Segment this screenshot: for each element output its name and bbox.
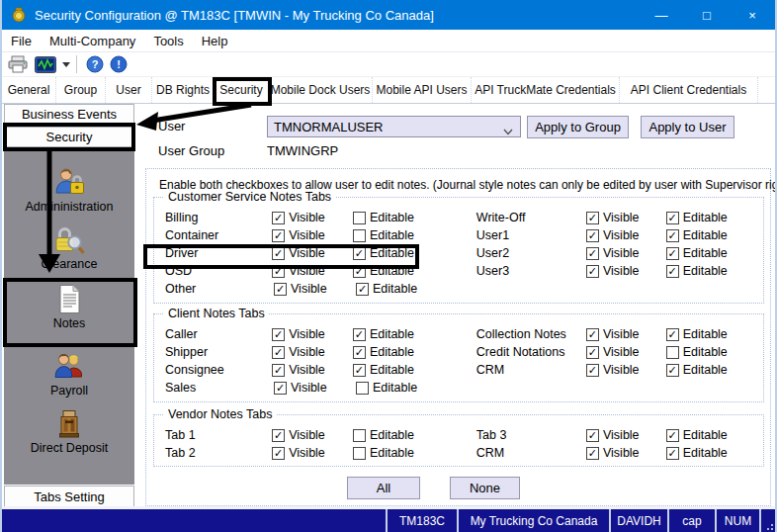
caller-visible-checkbox[interactable]: ✓ [272, 328, 285, 341]
credit-notations-visible-checkbox[interactable]: ✓ [586, 346, 599, 359]
editable-cell: Editable [353, 446, 476, 460]
toolbar-dropdown-arrow-icon[interactable] [62, 62, 70, 67]
user1-editable-checkbox[interactable]: ✓ [666, 229, 679, 242]
editable-label: Editable [683, 446, 728, 460]
sales-editable-checkbox[interactable] [356, 382, 369, 395]
user2-editable-checkbox[interactable]: ✓ [666, 247, 679, 260]
driver-visible-checkbox[interactable]: ✓ [272, 247, 285, 260]
consignee-editable-checkbox[interactable]: ✓ [353, 364, 366, 377]
crm-editable-checkbox[interactable]: ✓ [666, 364, 679, 377]
user2-visible-checkbox[interactable]: ✓ [586, 247, 599, 260]
user3-editable-checkbox[interactable]: ✓ [666, 265, 679, 278]
monitor-activity-icon[interactable] [32, 53, 59, 75]
checkbox-row: Sales✓VisibleEditable [154, 379, 763, 397]
none-button[interactable]: None [450, 477, 520, 499]
tab-api-truckmate-credentials[interactable]: API TruckMate Credentials [472, 77, 620, 103]
sidebar-button-business-events[interactable]: Business Events [4, 104, 134, 125]
sidebar-button-security[interactable]: Security [4, 127, 134, 147]
visible-label: Visible [603, 211, 640, 224]
editable-label: Editable [683, 246, 728, 260]
tab-mobile-dock-users[interactable]: Mobile Dock Users [269, 77, 373, 103]
sales-visible-checkbox[interactable]: ✓ [274, 382, 287, 395]
billing-visible-checkbox[interactable]: ✓ [272, 212, 285, 224]
resize-grip[interactable] [761, 509, 775, 532]
checkbox-row: OSD✓Visible✓EditableUser3✓Visible✓Editab… [154, 262, 763, 280]
menu-item-tools[interactable]: Tools [144, 30, 192, 51]
tab-3-editable-checkbox[interactable]: ✓ [666, 429, 679, 442]
write-off-visible-checkbox[interactable]: ✓ [586, 212, 599, 224]
visible-cell: ✓Visible [272, 428, 353, 442]
print-icon[interactable] [5, 53, 32, 75]
visible-label: Visible [289, 345, 325, 359]
sidebar-item-payroll[interactable]: Payroll [4, 350, 134, 398]
visible-label: Visible [603, 264, 640, 278]
help-icon[interactable]: ? [83, 53, 107, 75]
svg-text:!: ! [117, 58, 121, 70]
status-segment-cap: cap [669, 509, 715, 532]
minimize-button[interactable]: — [639, 0, 684, 30]
tab-2-visible-checkbox[interactable]: ✓ [272, 447, 285, 460]
driver-editable-checkbox[interactable]: ✓ [353, 247, 366, 260]
sidebar-button-tabs-setting[interactable]: Tabs Setting [4, 486, 134, 507]
sidebar-item-admininistration[interactable]: Admininistration [4, 166, 134, 214]
tab-db-rights[interactable]: DB Rights [152, 77, 215, 103]
crm-visible-checkbox[interactable]: ✓ [586, 447, 599, 460]
collection-notes-visible-checkbox[interactable]: ✓ [586, 328, 599, 341]
other-editable-checkbox[interactable]: ✓ [356, 283, 369, 296]
maximize-button[interactable]: □ [684, 0, 730, 30]
window-title: Security Configuration @ TM183C [TMWIN -… [35, 8, 434, 23]
write-off-editable-checkbox[interactable]: ✓ [666, 212, 679, 224]
visible-label: Visible [603, 446, 640, 460]
all-button[interactable]: All [347, 477, 420, 499]
tab-group[interactable]: Group [56, 77, 106, 103]
tab-1-editable-checkbox[interactable] [353, 429, 366, 442]
tab-general[interactable]: General [2, 77, 56, 103]
editable-cell: Editable [353, 228, 476, 242]
chevron-down-icon [503, 124, 513, 138]
crm-visible-checkbox[interactable]: ✓ [586, 364, 599, 377]
sidebar-item-direct-deposit[interactable]: Direct Deposit [4, 407, 134, 455]
close-button[interactable]: × [730, 0, 775, 30]
visible-cell: ✓Visible [272, 327, 353, 341]
shipper-visible-checkbox[interactable]: ✓ [272, 346, 285, 359]
credit-notations-editable-checkbox[interactable] [666, 346, 679, 359]
tab-security[interactable]: Security [215, 77, 269, 103]
shipper-editable-checkbox[interactable]: ✓ [353, 346, 366, 359]
tab-api-client-credentials[interactable]: API Client Credentials [620, 77, 758, 103]
container-visible-checkbox[interactable]: ✓ [272, 229, 285, 242]
user1-visible-checkbox[interactable]: ✓ [586, 229, 599, 242]
user-combobox[interactable]: TMNORMALUSER [267, 116, 521, 137]
menu-item-help[interactable]: Help [193, 30, 237, 51]
info-icon[interactable]: ! [107, 53, 130, 75]
note-tab-label: Shipper [165, 345, 272, 359]
osd-visible-checkbox[interactable]: ✓ [272, 265, 285, 278]
tab-user[interactable]: User [106, 77, 152, 103]
visible-cell: ✓Visible [586, 428, 666, 442]
tab-1-visible-checkbox[interactable]: ✓ [272, 429, 285, 442]
note-tab-label: Tab 2 [165, 446, 272, 460]
collection-notes-editable-checkbox[interactable]: ✓ [666, 328, 679, 341]
billing-editable-checkbox[interactable] [353, 212, 366, 224]
status-segment-empty [2, 509, 386, 532]
note-tab-label: Other [165, 282, 274, 296]
osd-editable-checkbox[interactable]: ✓ [353, 265, 366, 278]
apply-to-user-button[interactable]: Apply to User [641, 116, 734, 138]
user3-visible-checkbox[interactable]: ✓ [586, 265, 599, 278]
container-editable-checkbox[interactable] [353, 229, 366, 242]
checkbox-row: Consignee✓Visible✓EditableCRM✓Visible✓Ed… [154, 361, 763, 379]
consignee-visible-checkbox[interactable]: ✓ [272, 364, 285, 377]
toolbar: ? ! [2, 52, 775, 77]
menu-item-multi-company[interactable]: Multi-Company [41, 30, 144, 51]
tab-2-editable-checkbox[interactable] [353, 447, 366, 460]
sidebar-item-notes[interactable]: Notes [4, 283, 134, 330]
sidebar-item-clearance[interactable]: Clearance [4, 223, 134, 271]
crm-editable-checkbox[interactable]: ✓ [666, 447, 679, 460]
editable-cell: ✓Editable [666, 211, 763, 224]
tab-mobile-api-users[interactable]: Mobile API Users [373, 77, 472, 103]
menu-item-file[interactable]: File [2, 30, 41, 51]
other-visible-checkbox[interactable]: ✓ [274, 283, 287, 296]
apply-to-group-button[interactable]: Apply to Group [527, 116, 629, 138]
caller-editable-checkbox[interactable]: ✓ [353, 328, 366, 341]
tab-3-visible-checkbox[interactable]: ✓ [586, 429, 599, 442]
editable-cell: ✓Editable [666, 327, 763, 341]
